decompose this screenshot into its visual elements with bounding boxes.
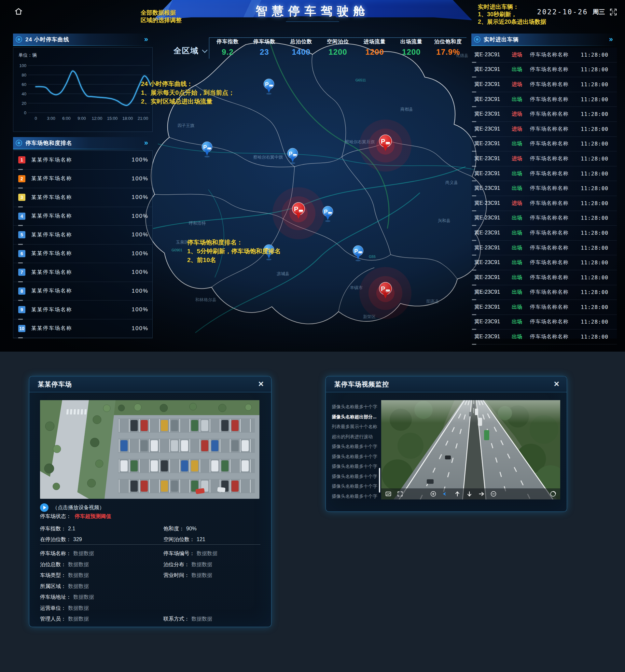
parking-name: 某某停车场名称 — [31, 325, 72, 332]
pan-up-icon[interactable] — [454, 491, 461, 497]
camera-list-item[interactable]: 摄像头名称超出部分... — [332, 412, 380, 422]
table-row: 冀E·23C91出场停车场名称名称11:28:00 — [471, 270, 617, 285]
pin-shadow — [325, 220, 330, 222]
event-time: 11:28:00 — [578, 319, 608, 325]
field-label: 泊位总数： — [40, 561, 66, 567]
saturation-value: 100% — [132, 288, 148, 294]
modal-header: 某某停车场 ✕ — [29, 376, 271, 392]
plate-number: 冀E·23C91 — [474, 81, 512, 88]
stat-value: 23 — [246, 48, 283, 57]
pan-down-icon[interactable] — [466, 491, 473, 497]
kpi-stats-bar: 停车指数9.2停车场数23总泊位数1400空闲泊位1200进场流量1200出场流… — [209, 38, 466, 58]
dashboard: P P — [0, 0, 625, 352]
camera-list-scrollbar[interactable] — [379, 468, 380, 493]
region-selector-dropdown[interactable]: 全区域 — [173, 46, 207, 56]
parking-name: 某某停车场名称 — [31, 175, 72, 182]
zoom-out-icon[interactable] — [490, 491, 497, 497]
play-icon[interactable] — [40, 503, 48, 512]
collapse-chevron-icon[interactable] — [144, 36, 152, 43]
ranking-panel-title: 停车场饱和度排名 — [25, 139, 72, 147]
alert-pin[interactable] — [272, 187, 324, 239]
table-row: 冀E·23C91进场停车场名称名称11:28:00 — [471, 107, 617, 122]
camera-list-item[interactable]: 摄像头名称最多十个字 — [332, 452, 380, 462]
video-modal-title: 某停车场视频监控 — [334, 380, 389, 389]
rank-badge: 1 — [18, 156, 25, 164]
field: 运营单位：数据数据 — [40, 605, 89, 612]
stat-label: 泊位饱和度 — [430, 39, 466, 45]
field: 营业时间：数据数据 — [163, 572, 212, 579]
stat-value: 1200 — [320, 48, 357, 57]
collapse-chevron-icon[interactable] — [144, 139, 152, 146]
ptz-reset-icon[interactable] — [550, 491, 556, 497]
event-time: 11:28:00 — [578, 304, 608, 310]
direction-badge: 进场 — [512, 126, 530, 133]
parking-name: 停车场名称名称 — [530, 333, 578, 340]
parking-name: 停车场名称名称 — [530, 51, 578, 58]
camera-list-item[interactable]: 列表最多展示十个名称 — [332, 422, 380, 432]
zoom-in-icon[interactable] — [430, 491, 436, 497]
parking-name: 某某停车场名称 — [31, 232, 72, 238]
plate-number: 冀E·23C91 — [474, 126, 512, 133]
plate-number: 冀E·23C91 — [474, 200, 512, 207]
plate-number: 冀E·23C91 — [474, 304, 512, 311]
expand-icon[interactable] — [397, 491, 403, 497]
camera-list-item[interactable]: 超出的列表进行滚动 — [332, 432, 380, 442]
annotation-global: 全部数据根据区域的选择调整 — [141, 9, 182, 24]
list-item: 4某某停车场名称100% — [13, 207, 152, 226]
parking-name: 某某停车场名称 — [31, 194, 72, 201]
event-time: 11:28:00 — [578, 334, 608, 340]
alert-pin[interactable] — [359, 119, 411, 172]
stat-item: 泊位饱和度17.9% — [430, 39, 466, 57]
y-tick-label: 40 — [22, 92, 26, 96]
pan-left-icon[interactable] — [442, 491, 449, 497]
snapshot-icon[interactable] — [385, 491, 392, 497]
parking-name: 停车场名称名称 — [530, 200, 578, 207]
direction-badge: 出场 — [512, 274, 530, 281]
camera-list-item[interactable]: 摄像头名称最多十个字 — [332, 481, 380, 491]
modal-header: 某停车场视频监控 ✕ — [326, 376, 567, 392]
pan-right-icon[interactable] — [478, 491, 485, 497]
status-label: 停车场状态： — [40, 513, 71, 519]
ranking-panel-header: 停车场饱和度排名 — [13, 137, 152, 149]
camera-list-item[interactable]: 摄像头名称最多十个字 — [332, 491, 380, 501]
divider — [40, 544, 260, 545]
map-place-label: 四子王旗 — [177, 123, 194, 128]
field-label: 停车场名称： — [40, 551, 71, 556]
stat-label: 停车指数 — [209, 39, 246, 45]
realtime-table: 冀E·23C91进场停车场名称名称11:28:00冀E·23C91出场停车场名称… — [471, 48, 617, 339]
camera-list-item[interactable]: 摄像头名称最多十个字 — [332, 472, 380, 482]
direction-badge: 出场 — [512, 289, 530, 296]
camera-list-item[interactable]: 摄像头名称最多十个字 — [332, 402, 380, 412]
field: 停车场名称：数据数据 — [40, 550, 94, 557]
field-label: 联系方式： — [163, 616, 189, 622]
parking-name: 某某停车场名称 — [31, 213, 72, 219]
collapse-chevron-icon[interactable] — [609, 36, 617, 43]
parking-name: 停车场名称名称 — [530, 318, 578, 325]
table-row: 冀E·23C91出场停车场名称名称11:28:00 — [471, 211, 617, 226]
home-icon[interactable] — [14, 7, 23, 16]
field: 停车指数：2.1 — [40, 526, 75, 532]
map-place-label: 察哈尔右翼中旗 — [253, 155, 283, 160]
map-place-label: 商都县 — [401, 107, 413, 112]
annotation-line: 全部数据根据 — [141, 9, 182, 17]
stat-value: 9.2 — [209, 48, 246, 57]
plate-number: 冀E·23C91 — [474, 215, 512, 221]
field: 管理人员：数据数据 — [40, 616, 89, 623]
saturation-value: 100% — [132, 269, 148, 275]
camera-list-item[interactable]: 摄像头名称最多十个字 — [332, 461, 380, 472]
camera-list-item[interactable]: 摄像头名称最多十个字 — [332, 441, 380, 452]
parking-name: 停车场名称名称 — [530, 170, 578, 177]
stat-value: 17.9% — [430, 48, 466, 57]
close-icon[interactable]: ✕ — [554, 381, 559, 388]
table-row: 冀E·23C91出场停车场名称名称11:28:00 — [471, 300, 617, 315]
plate-number: 冀E·23C91 — [474, 66, 512, 73]
field: 泊位分布：数据数据 — [163, 561, 212, 568]
fullscreen-icon[interactable] — [609, 8, 617, 16]
annotation-ranking: 停车场饱和度排名：1、5分钟刷新，停车场饱和度排名2、前10名 — [187, 238, 281, 264]
chart-unit-label: 单位：辆 — [19, 52, 37, 57]
list-item: 5某某停车场名称100% — [13, 225, 152, 244]
map-place-label: 兴和县 — [438, 218, 451, 223]
alert-pin[interactable] — [359, 267, 411, 319]
field-row: 停车指数：2.1饱和度：90% — [29, 526, 271, 536]
close-icon[interactable]: ✕ — [258, 381, 264, 388]
